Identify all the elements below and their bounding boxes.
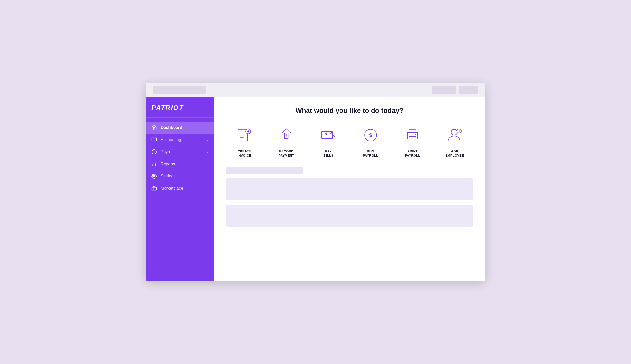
chevron-right-icon: › bbox=[207, 138, 208, 142]
reports-icon bbox=[152, 161, 157, 167]
settings-icon bbox=[152, 174, 157, 179]
svg-point-6 bbox=[154, 176, 155, 177]
sidebar-logo: PATRIOT bbox=[146, 97, 214, 118]
action-print-payroll[interactable]: PRINT PAYROLL bbox=[400, 124, 425, 158]
top-bar-button-2[interactable] bbox=[459, 86, 478, 94]
sidebar-item-label: Dashboard bbox=[161, 125, 182, 130]
quick-actions: CREATE INVOICE $ RECORD PAYMENT bbox=[226, 124, 473, 158]
sidebar-item-payroll[interactable]: Payroll › bbox=[146, 146, 214, 158]
svg-text:$: $ bbox=[325, 133, 327, 136]
create-invoice-icon-wrap bbox=[234, 124, 255, 146]
sidebar-item-accounting[interactable]: Accounting › bbox=[146, 134, 214, 146]
sidebar-item-label: Marketplace bbox=[161, 186, 183, 191]
run-payroll-icon-wrap: $ bbox=[360, 124, 382, 146]
action-pay-bills[interactable]: $ PAY BILLS bbox=[316, 124, 340, 158]
app-logo: PATRIOT bbox=[152, 104, 184, 112]
main-content: What would you like to do today? bbox=[214, 97, 486, 282]
svg-point-23 bbox=[414, 134, 416, 136]
marketplace-icon bbox=[152, 186, 157, 191]
sidebar-item-label: Settings bbox=[161, 174, 176, 178]
chevron-right-icon: › bbox=[207, 150, 208, 154]
svg-rect-7 bbox=[152, 187, 156, 190]
action-create-invoice[interactable]: CREATE INVOICE bbox=[232, 124, 256, 158]
action-add-employee[interactable]: ADD EMPLOYEE bbox=[442, 124, 467, 158]
main-layout: PATRIOT Dashboard bbox=[146, 97, 486, 282]
print-payroll-icon-wrap bbox=[402, 124, 424, 146]
svg-text:$: $ bbox=[286, 134, 287, 137]
sidebar-item-reports[interactable]: Reports bbox=[146, 158, 214, 170]
placeholder-block-2 bbox=[226, 205, 473, 227]
pay-bills-label: PAY BILLS bbox=[324, 150, 333, 158]
svg-text:$: $ bbox=[369, 132, 372, 138]
home-icon bbox=[152, 125, 157, 130]
top-bar-button-1[interactable] bbox=[432, 86, 456, 94]
sidebar-item-marketplace[interactable]: Marketplace bbox=[146, 182, 214, 194]
placeholder-title-bar bbox=[226, 168, 303, 174]
record-payment-icon-wrap: $ bbox=[276, 124, 297, 146]
sidebar-item-label: Reports bbox=[161, 162, 175, 166]
add-employee-label: ADD EMPLOYEE bbox=[445, 150, 464, 158]
app-wrapper: PATRIOT Dashboard bbox=[146, 82, 486, 282]
pay-bills-icon-wrap: $ bbox=[318, 124, 339, 146]
top-bar-search[interactable] bbox=[153, 86, 206, 94]
sidebar-item-label: Payroll bbox=[161, 150, 173, 154]
sidebar-item-settings[interactable]: Settings bbox=[146, 170, 214, 182]
sidebar-nav: Dashboard Accounting › bbox=[146, 118, 214, 198]
accounting-icon bbox=[152, 137, 157, 142]
sidebar-item-label: Accounting bbox=[161, 137, 181, 142]
svg-rect-22 bbox=[409, 136, 416, 140]
create-invoice-label: CREATE INVOICE bbox=[237, 150, 251, 158]
sidebar: PATRIOT Dashboard bbox=[146, 97, 214, 282]
record-payment-label: RECORD PAYMENT bbox=[278, 150, 294, 158]
placeholder-block-1 bbox=[226, 178, 473, 200]
action-record-payment[interactable]: $ RECORD PAYMENT bbox=[274, 124, 298, 158]
run-payroll-label: RUN PAYROLL bbox=[363, 150, 378, 158]
add-employee-icon-wrap bbox=[444, 124, 466, 146]
payroll-icon bbox=[152, 149, 157, 154]
top-bar bbox=[146, 82, 486, 97]
svg-point-24 bbox=[451, 129, 457, 136]
sidebar-item-dashboard[interactable]: Dashboard bbox=[146, 122, 214, 134]
action-run-payroll[interactable]: $ RUN PAYROLL bbox=[358, 124, 383, 158]
top-bar-right bbox=[432, 86, 478, 94]
page-heading: What would you like to do today? bbox=[226, 107, 473, 114]
print-payroll-label: PRINT PAYROLL bbox=[405, 150, 420, 158]
